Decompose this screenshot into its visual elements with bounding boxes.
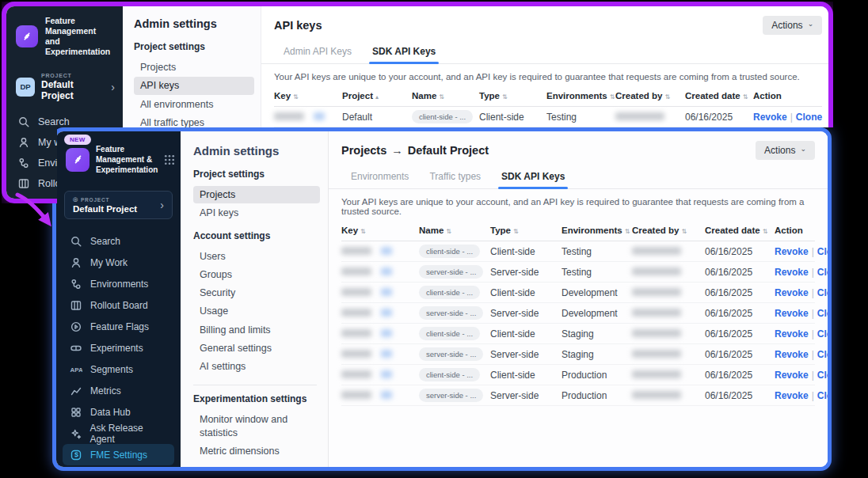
table-row: client-side - ... Client-side Developmen… [341, 283, 815, 303]
rollout-board-icon [70, 299, 82, 312]
key-redacted [341, 267, 419, 278]
sidebar-item-fme-settings[interactable]: FME Settings [63, 444, 174, 465]
ask-release-agent-icon [70, 427, 82, 440]
created-by-redacted [632, 328, 705, 340]
admin-item-projects[interactable]: Projects [134, 59, 254, 76]
admin-item-ai-settings[interactable]: AI settings [193, 358, 320, 375]
my-work-icon [17, 136, 30, 149]
search-icon [17, 116, 30, 128]
sort-icon[interactable] [625, 228, 630, 235]
table-row: server-side - ... Server-side Staging 06… [341, 344, 815, 365]
admin-item-metric-dimensions[interactable]: Metric dimensions [193, 442, 320, 460]
admin-item-groups[interactable]: Groups [193, 266, 320, 283]
app-launcher-icon[interactable] [164, 154, 175, 165]
revoke-link[interactable]: Revoke [775, 308, 809, 319]
split-logo-icon [16, 25, 38, 47]
section-heading: Project settings [193, 169, 320, 180]
key-redacted [341, 308, 419, 319]
sort-icon[interactable] [513, 228, 519, 235]
pointer-arrow-icon [11, 188, 70, 241]
sort-icon[interactable] [610, 93, 615, 101]
revoke-link[interactable]: Revoke [775, 328, 809, 340]
chevron-down-icon [808, 22, 814, 29]
admin-item-api-keys[interactable]: API keys [134, 77, 254, 94]
tab-admin-api-keys[interactable]: Admin API Keys [284, 46, 352, 63]
key-redacted [341, 349, 419, 360]
section-heading: Account settings [193, 230, 320, 241]
sort-icon[interactable] [743, 93, 748, 101]
brand-name: Feature Management and Experimentation [45, 16, 115, 58]
sidebar-item-feature-flags[interactable]: Feature Flags [63, 316, 174, 337]
project-icon [73, 196, 78, 203]
search-icon [70, 235, 82, 248]
revoke-link[interactable]: Revoke [775, 349, 809, 360]
project-selector[interactable]: PROJECT Default Project [64, 191, 173, 219]
key-name-pill: server-side - ... [419, 265, 483, 279]
revoke-link[interactable]: Revoke [775, 390, 809, 401]
project-selector[interactable]: DP PROJECT Default Project [6, 66, 123, 108]
table-header: Key Project Name Type Environments Creat… [274, 88, 822, 107]
table-row: server-side - ... Server-side Production… [341, 385, 815, 406]
sidebar-item-data-hub[interactable]: Data Hub [63, 401, 174, 423]
revoke-link[interactable]: Revoke [775, 246, 809, 257]
tab-traffic-types[interactable]: Traffic types [429, 171, 481, 188]
actions-button[interactable]: Actions [756, 141, 815, 160]
admin-settings-title: Admin settings [193, 144, 320, 157]
admin-item-security[interactable]: Security [193, 284, 320, 302]
revoke-link[interactable]: Revoke [775, 267, 809, 278]
clone-link[interactable]: Clone [817, 390, 828, 401]
clone-link[interactable]: Clone [817, 349, 828, 360]
created-by-redacted [632, 246, 705, 257]
page-title: API keys [274, 19, 322, 32]
sort-icon[interactable] [360, 228, 366, 235]
clone-link[interactable]: Clone [817, 246, 828, 257]
key-name-pill: server-side - ... [419, 306, 483, 320]
sidebar-item-experiments[interactable]: Experiments [63, 337, 174, 358]
revoke-link[interactable]: Revoke [753, 112, 787, 123]
clone-link[interactable]: Clone [817, 267, 828, 278]
sort-icon[interactable] [763, 228, 768, 235]
front-main-content: Projects→Default Project Actions Environ… [329, 131, 828, 467]
created-by-redacted [632, 287, 705, 298]
clone-link[interactable]: Clone [817, 287, 828, 298]
revoke-link[interactable]: Revoke [775, 287, 809, 298]
sidebar-item-ask-release-agent[interactable]: Ask Release Agent [63, 423, 174, 444]
sidebar-item-search[interactable]: Search [63, 230, 174, 252]
segments-icon: APA [70, 363, 82, 376]
key-redacted [341, 246, 419, 257]
sort-icon[interactable] [439, 93, 444, 101]
tab-environments[interactable]: Environments [351, 171, 409, 188]
admin-item-all-environments[interactable]: All environments [134, 96, 254, 113]
clone-link[interactable]: Clone [817, 370, 828, 381]
clone-link[interactable]: Clone [817, 308, 828, 319]
clone-link[interactable]: Clone [817, 328, 828, 340]
admin-item-usage[interactable]: Usage [193, 302, 320, 320]
revoke-link[interactable]: Revoke [775, 370, 809, 381]
sort-icon[interactable] [664, 93, 670, 101]
admin-item-monitor-window[interactable]: Monitor window and statistics [193, 411, 320, 442]
admin-item-projects[interactable]: Projects [193, 186, 320, 203]
front-window: NEW Feature Management & Experimentation… [52, 127, 832, 471]
sidebar-item-environments[interactable]: Environments [63, 273, 174, 294]
admin-item-api-keys[interactable]: API keys [193, 204, 320, 222]
sidebar-item-segments[interactable]: APA Segments [63, 358, 174, 380]
actions-button[interactable]: Actions [763, 16, 822, 35]
clone-link[interactable]: Clone [796, 112, 822, 123]
tab-sdk-api-keys[interactable]: SDK API Keys [501, 171, 565, 188]
brand: Feature Management and Experimentation [6, 6, 123, 66]
sidebar-item-my-work[interactable]: My Work [63, 252, 174, 273]
sort-icon[interactable] [502, 93, 508, 101]
sort-icon[interactable] [293, 93, 299, 101]
sort-icon[interactable] [446, 228, 451, 235]
sort-icon[interactable] [375, 93, 379, 101]
project-name: Default Project [41, 79, 105, 101]
admin-item-general-settings[interactable]: General settings [193, 340, 320, 357]
sidebar-item-rollout-board[interactable]: Rollout Board [63, 294, 174, 316]
admin-item-users[interactable]: Users [193, 248, 320, 265]
sort-icon[interactable] [681, 228, 687, 235]
admin-item-billing-and-limits[interactable]: Billing and limits [193, 321, 320, 339]
sdk-api-keys-table: Key Name Type Environments Created by Cr… [329, 222, 828, 406]
sidebar-item-metrics[interactable]: Metrics [63, 380, 174, 401]
tab-sdk-api-keys[interactable]: SDK API Keys [372, 46, 436, 63]
table-row: client-side - ... Client-side Production… [341, 365, 815, 385]
